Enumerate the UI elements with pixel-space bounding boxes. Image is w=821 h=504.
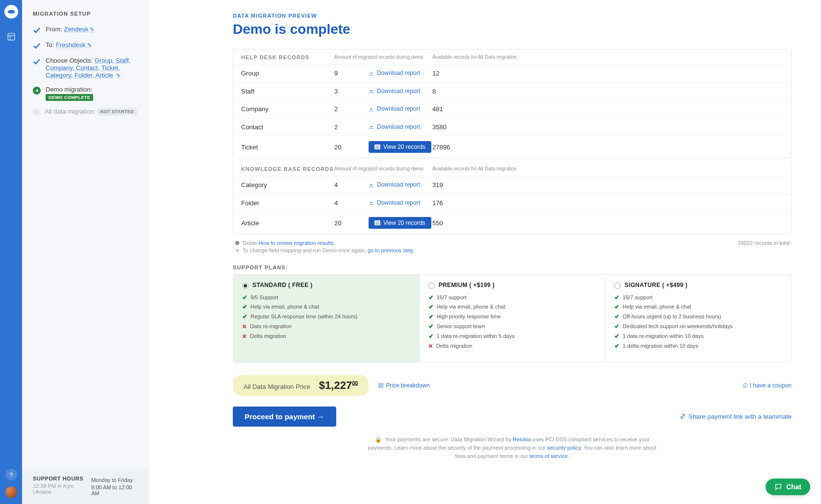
- avail-count: 176: [432, 199, 783, 207]
- download-report-link[interactable]: Download report: [369, 88, 420, 95]
- step-objects: Choose Objects: Group, Staff, Company, C…: [33, 57, 140, 79]
- sidebar-title: MIGRATION SETUP: [33, 11, 140, 17]
- pencil-icon[interactable]: ✎: [90, 26, 94, 32]
- avail-count: 27896: [432, 144, 783, 151]
- table-row: Group9Download report12: [233, 64, 791, 82]
- previous-step-link[interactable]: go to previous step: [368, 247, 413, 253]
- plan-option[interactable]: SIGNATURE ( +$499 )16/7 supportHelp via …: [605, 275, 791, 362]
- avail-count: 550: [432, 219, 783, 227]
- subnotes: Guide How to review migration results. T…: [233, 237, 792, 255]
- svg-point-0: [7, 10, 15, 14]
- security-policy-link[interactable]: security policy: [547, 445, 580, 451]
- step-to: To: Freshdesk✎: [33, 41, 140, 50]
- plan-option[interactable]: STANDARD ( FREE )9/5 SupportHelp via ema…: [233, 275, 420, 362]
- demo-count: 20: [334, 219, 369, 227]
- demo-count: 3: [334, 88, 369, 95]
- radio-icon[interactable]: [614, 283, 621, 289]
- svg-rect-3: [375, 146, 379, 146]
- help-icon[interactable]: ?: [5, 469, 17, 480]
- download-report-link[interactable]: Download report: [369, 199, 420, 206]
- record-name: Group: [241, 70, 334, 77]
- table-row: Article20View 20 records550: [233, 212, 791, 234]
- demo-count: 4: [334, 181, 369, 189]
- from-value[interactable]: Zendesk✎: [64, 25, 95, 33]
- record-name: Folder: [241, 199, 334, 207]
- pencil-icon[interactable]: ✎: [116, 72, 121, 78]
- chat-button[interactable]: Chat: [766, 479, 810, 495]
- demo-count: 20: [334, 144, 369, 151]
- logo[interactable]: [4, 5, 18, 19]
- record-name: Staff: [241, 88, 334, 95]
- tos-link[interactable]: terms of service: [529, 453, 568, 459]
- avail-count: 3580: [432, 123, 783, 131]
- download-report-link[interactable]: Download report: [369, 123, 420, 130]
- check-icon: [614, 295, 619, 300]
- view-records-button[interactable]: View 20 records: [369, 141, 431, 153]
- to-value[interactable]: Freshdesk✎: [56, 41, 92, 48]
- info-icon: [743, 383, 747, 388]
- plan-name: STANDARD ( FREE ): [252, 282, 313, 288]
- check-icon: [242, 304, 247, 309]
- security-note: 🔒 Your payments are secure. Data Migrati…: [365, 435, 659, 460]
- avail-count: 319: [432, 181, 783, 189]
- check-icon: [33, 26, 41, 34]
- chat-icon: [774, 483, 782, 491]
- record-name: Company: [241, 105, 334, 113]
- avail-count: 8: [432, 88, 783, 95]
- download-report-link[interactable]: Download report: [369, 70, 420, 76]
- svg-rect-7: [375, 222, 379, 222]
- plan-option[interactable]: PREMIUM ( +$199 )16/7 supportHelp via em…: [420, 275, 606, 362]
- pending-dot-icon: [33, 109, 40, 116]
- check-icon: [428, 334, 433, 338]
- proceed-button[interactable]: Proceed to payment →: [233, 407, 336, 427]
- avatar[interactable]: [5, 486, 17, 498]
- price-pill: All Data Migration Price $1,22700: [233, 375, 369, 396]
- record-name: Article: [241, 219, 334, 227]
- check-icon: [614, 304, 619, 309]
- link-icon: [680, 413, 686, 419]
- guide-link[interactable]: How to review migration results: [258, 240, 333, 246]
- check-icon: [614, 343, 619, 348]
- svg-rect-5: [375, 148, 379, 149]
- x-icon: [428, 344, 433, 348]
- total-records: 33022 records in total: [738, 240, 790, 255]
- gear-icon: [235, 248, 240, 253]
- check-icon: [614, 334, 619, 338]
- alldata-status-badge: NOT STARTED: [98, 108, 137, 115]
- dashboard-icon[interactable]: [5, 31, 17, 43]
- avail-count: 481: [432, 105, 783, 113]
- check-icon: [428, 324, 433, 329]
- table-row: Folder4Download report176: [233, 194, 791, 212]
- download-report-link[interactable]: Download report: [369, 105, 420, 112]
- step-alldata: All data migration: NOT STARTED: [33, 108, 140, 116]
- svg-rect-1: [8, 33, 15, 40]
- check-icon: [33, 58, 41, 66]
- demo-count: 9: [334, 70, 369, 77]
- svg-point-11: [236, 249, 238, 251]
- radio-icon[interactable]: [428, 283, 435, 289]
- check-icon: [614, 324, 619, 329]
- demo-count: 2: [334, 105, 369, 113]
- support-plans: STANDARD ( FREE )9/5 SupportHelp via ema…: [233, 274, 792, 362]
- relokia-link[interactable]: Relokia: [513, 436, 531, 442]
- x-icon: [242, 324, 247, 329]
- pencil-icon[interactable]: ✎: [87, 42, 92, 48]
- view-records-button[interactable]: View 20 records: [369, 217, 431, 229]
- record-name: Category: [241, 181, 334, 189]
- record-name: Contact: [241, 123, 334, 131]
- arrow-right-circle-icon: [33, 87, 41, 95]
- download-report-link[interactable]: Download report: [369, 181, 420, 188]
- check-icon: [33, 42, 41, 50]
- check-icon: [428, 295, 433, 300]
- helpdesk-panel: HELP DESK RECORDS Amount of migrated rec…: [233, 49, 792, 158]
- svg-rect-9: [375, 224, 379, 225]
- check-icon: [428, 314, 433, 319]
- coupon-link[interactable]: I have a coupon: [743, 382, 792, 389]
- svg-rect-8: [375, 223, 379, 223]
- share-link[interactable]: Share payment link with a teammate: [680, 413, 792, 420]
- list-icon: [378, 383, 383, 388]
- price-breakdown-link[interactable]: Price breakdown: [378, 382, 429, 389]
- radio-icon[interactable]: [242, 283, 249, 289]
- info-icon: [235, 240, 240, 245]
- record-name: Ticket: [241, 144, 334, 151]
